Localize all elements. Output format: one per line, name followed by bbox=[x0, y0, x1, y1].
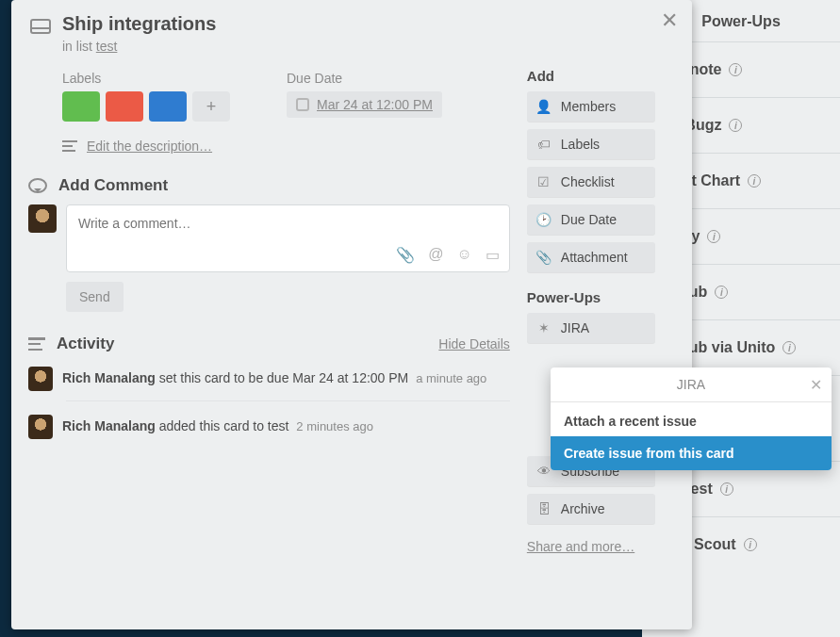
share-more-link[interactable]: Share and more… bbox=[527, 539, 634, 554]
info-icon[interactable]: i bbox=[715, 286, 728, 299]
sidebar-powerups-header: Power-Ups bbox=[527, 289, 675, 305]
archive-icon: 🗄 bbox=[536, 501, 552, 516]
activity-entry: Rich Manalang added this card to test 2 … bbox=[28, 415, 510, 439]
activity-icon bbox=[28, 337, 45, 351]
card-icon bbox=[30, 19, 51, 34]
activity-time[interactable]: a minute ago bbox=[416, 371, 486, 385]
close-icon[interactable]: ✕ bbox=[810, 376, 822, 394]
send-button[interactable]: Send bbox=[66, 282, 124, 312]
card-embed-icon[interactable]: ▭ bbox=[486, 246, 500, 264]
due-checkbox[interactable] bbox=[296, 98, 309, 111]
info-icon[interactable]: i bbox=[748, 174, 761, 188]
due-date-button[interactable]: 🕑Due Date bbox=[527, 204, 655, 235]
description-icon bbox=[62, 140, 77, 152]
card-list-location: in list test bbox=[62, 39, 216, 54]
members-button[interactable]: 👤Members bbox=[527, 91, 655, 122]
card-title[interactable]: Ship integrations bbox=[62, 13, 216, 35]
label-green[interactable] bbox=[62, 91, 100, 122]
eye-icon: 👁 bbox=[536, 464, 552, 479]
activity-user[interactable]: Rich Manalang bbox=[62, 418, 156, 433]
list-link[interactable]: test bbox=[96, 39, 118, 54]
due-date-header: Due Date bbox=[287, 71, 442, 86]
labels-header: Labels bbox=[62, 71, 230, 86]
emoji-icon[interactable]: ☺ bbox=[456, 246, 471, 264]
activity-time[interactable]: 2 minutes ago bbox=[296, 419, 373, 433]
edit-description-link[interactable]: Edit the description… bbox=[62, 139, 510, 154]
info-icon[interactable]: i bbox=[720, 482, 733, 496]
tag-icon: 🏷 bbox=[536, 137, 552, 152]
info-icon[interactable]: i bbox=[782, 341, 796, 354]
person-icon: 👤 bbox=[536, 99, 552, 114]
activity-user[interactable]: Rich Manalang bbox=[62, 370, 156, 385]
avatar[interactable] bbox=[28, 367, 53, 391]
due-date-badge[interactable]: Mar 24 at 12:00 PM bbox=[287, 91, 442, 118]
label-blue[interactable] bbox=[149, 91, 187, 122]
clock-icon: 🕑 bbox=[536, 212, 552, 227]
create-issue-item[interactable]: Create issue from this card bbox=[551, 436, 832, 470]
info-icon[interactable]: i bbox=[729, 63, 742, 76]
activity-header: Activity bbox=[57, 335, 114, 353]
mention-icon[interactable]: @ bbox=[428, 246, 443, 264]
activity-entry: Rich Manalang set this card to be due Ma… bbox=[28, 367, 510, 391]
labels-button[interactable]: 🏷Labels bbox=[527, 129, 655, 159]
close-icon[interactable]: ✕ bbox=[658, 9, 681, 32]
info-icon[interactable]: i bbox=[744, 538, 757, 551]
paperclip-icon: 📎 bbox=[536, 250, 552, 265]
label-red[interactable] bbox=[106, 91, 143, 122]
activity-action: set this card to be due Mar 24 at 12:00 … bbox=[156, 370, 408, 385]
add-comment-header: Add Comment bbox=[58, 176, 168, 195]
comment-icon bbox=[28, 178, 47, 193]
sidebar-add-header: Add bbox=[527, 68, 675, 84]
jira-icon: ✶ bbox=[536, 320, 552, 335]
checklist-button[interactable]: ☑Checklist bbox=[527, 167, 655, 197]
popover-section-header: Attach a recent issue bbox=[551, 402, 832, 436]
comment-box[interactable]: 📎 @ ☺ ▭ bbox=[66, 204, 510, 272]
archive-button[interactable]: 🗄Archive bbox=[527, 494, 655, 524]
activity-action: added this card to test bbox=[156, 418, 289, 433]
card-modal: ✕ Ship integrations in list test Labels bbox=[11, 0, 692, 629]
info-icon[interactable]: i bbox=[729, 119, 742, 132]
jira-popover: JIRA ✕ Attach a recent issue Create issu… bbox=[551, 368, 832, 470]
comment-input[interactable] bbox=[78, 216, 498, 231]
avatar[interactable] bbox=[28, 415, 53, 439]
attachment-icon[interactable]: 📎 bbox=[396, 246, 415, 264]
card-sidebar: Add 👤Members 🏷Labels ☑Checklist 🕑Due Dat… bbox=[527, 13, 675, 555]
add-label-button[interactable]: + bbox=[192, 91, 230, 122]
info-icon[interactable]: i bbox=[707, 230, 720, 243]
labels-block: Labels + bbox=[62, 71, 230, 122]
checklist-icon: ☑ bbox=[536, 174, 552, 189]
popover-title: JIRA ✕ bbox=[551, 368, 832, 402]
hide-details-link[interactable]: Hide Details bbox=[438, 336, 509, 351]
avatar[interactable] bbox=[28, 204, 57, 233]
attachment-button[interactable]: 📎Attachment bbox=[527, 242, 655, 272]
due-date-block: Due Date Mar 24 at 12:00 PM bbox=[287, 71, 442, 122]
divider bbox=[66, 400, 510, 401]
jira-button[interactable]: ✶JIRA bbox=[527, 313, 655, 343]
due-date-text: Mar 24 at 12:00 PM bbox=[317, 97, 433, 112]
card-main: Ship integrations in list test Labels + bbox=[28, 13, 510, 555]
